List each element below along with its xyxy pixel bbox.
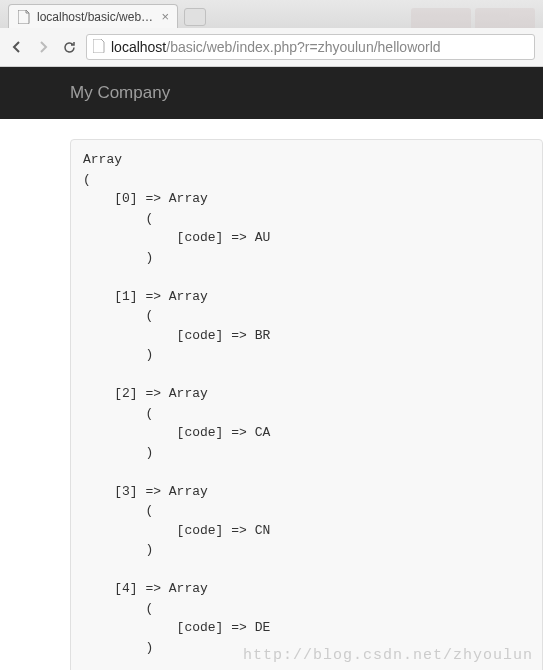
browser-chrome: localhost/basic/web/ind × localhost/basi… — [0, 0, 543, 67]
browser-tab[interactable]: localhost/basic/web/ind × — [8, 4, 178, 28]
tab-title: localhost/basic/web/ind — [37, 10, 155, 24]
app-navbar: My Company — [0, 67, 543, 119]
new-tab-button[interactable] — [184, 8, 206, 26]
reload-button[interactable] — [60, 38, 78, 56]
page-icon — [93, 39, 105, 56]
url-path: /basic/web/index.php?r=zhyoulun/hellowor… — [166, 39, 440, 55]
navbar-brand[interactable]: My Company — [70, 83, 170, 103]
page-content: My Company Array ( [0] => Array ( [code]… — [0, 67, 543, 670]
main-area: Array ( [0] => Array ( [code] => AU ) [1… — [0, 119, 543, 670]
back-button[interactable] — [8, 38, 26, 56]
close-icon[interactable]: × — [161, 10, 169, 23]
tab-bar: localhost/basic/web/ind × — [0, 0, 543, 28]
background-tab[interactable] — [475, 8, 535, 28]
url-text: localhost/basic/web/index.php?r=zhyoulun… — [111, 39, 441, 55]
background-tab[interactable] — [411, 8, 471, 28]
page-icon — [17, 10, 31, 24]
url-host: localhost — [111, 39, 166, 55]
forward-button[interactable] — [34, 38, 52, 56]
nav-bar: localhost/basic/web/index.php?r=zhyoulun… — [0, 28, 543, 66]
array-dump: Array ( [0] => Array ( [code] => AU ) [1… — [70, 139, 543, 670]
url-bar[interactable]: localhost/basic/web/index.php?r=zhyoulun… — [86, 34, 535, 60]
background-tabs — [411, 8, 543, 28]
watermark: http://blog.csdn.net/zhyoulun — [243, 647, 533, 664]
